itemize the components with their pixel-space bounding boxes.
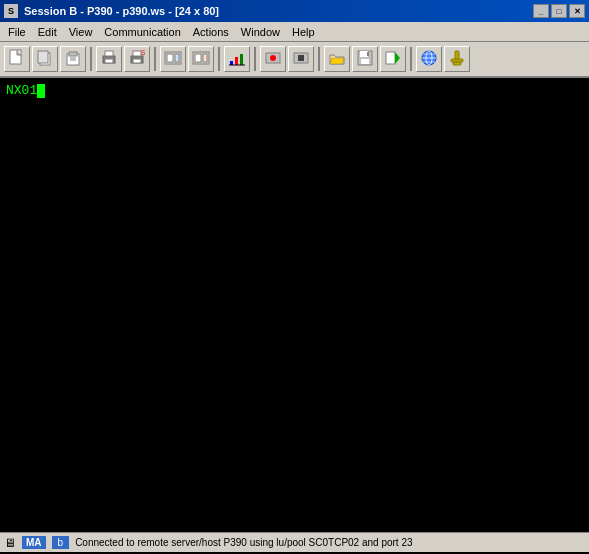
toolbar-copy[interactable] — [32, 46, 58, 72]
menu-bar: File Edit View Communication Actions Win… — [0, 22, 589, 42]
terminal-cursor — [37, 84, 45, 98]
send-file-icon — [192, 49, 210, 70]
window-controls: _ □ ✕ — [533, 4, 585, 18]
copy-icon — [36, 49, 54, 70]
record-icon — [384, 49, 402, 70]
save-icon — [356, 49, 374, 70]
toolbar-save[interactable] — [352, 46, 378, 72]
svg-rect-19 — [203, 54, 207, 62]
toolbar-send2[interactable] — [188, 46, 214, 72]
svg-rect-29 — [360, 51, 368, 57]
status-message: Connected to remote server/host P390 usi… — [75, 537, 412, 548]
svg-rect-27 — [298, 55, 304, 61]
tools-icon — [448, 49, 466, 70]
toolbar-sep-5 — [318, 47, 320, 71]
svg-rect-30 — [361, 59, 369, 64]
toolbar-new[interactable] — [4, 46, 30, 72]
paste-icon — [64, 49, 82, 70]
terminal-area[interactable]: NX01 — [0, 78, 589, 532]
toolbar-sep-1 — [90, 47, 92, 71]
status-computer-icon: 🖥 — [4, 536, 16, 550]
svg-rect-31 — [367, 52, 369, 56]
chart-icon — [228, 49, 246, 70]
new-icon — [8, 49, 26, 70]
svg-rect-9 — [105, 59, 113, 63]
svg-rect-0 — [10, 50, 21, 64]
menu-view[interactable]: View — [63, 24, 99, 40]
svg-rect-8 — [105, 51, 113, 56]
svg-marker-33 — [395, 52, 400, 64]
toolbar-send1[interactable] — [160, 46, 186, 72]
menu-communication[interactable]: Communication — [98, 24, 186, 40]
toolbar-sep-6 — [410, 47, 412, 71]
macro-record-icon — [264, 49, 282, 70]
toolbar-chart[interactable] — [224, 46, 250, 72]
toolbar-tools[interactable] — [444, 46, 470, 72]
svg-rect-41 — [453, 62, 461, 65]
toolbar-paste[interactable] — [60, 46, 86, 72]
toolbar-sep-3 — [218, 47, 220, 71]
toolbar-sep-2 — [154, 47, 156, 71]
toolbar-print2[interactable]: S — [124, 46, 150, 72]
macro-stop-icon — [292, 49, 310, 70]
terminal-content: NX01 — [6, 82, 583, 100]
menu-file[interactable]: File — [2, 24, 32, 40]
menu-help[interactable]: Help — [286, 24, 321, 40]
status-badge-ma: MA — [22, 536, 46, 549]
toolbar-sep-4 — [254, 47, 256, 71]
close-button[interactable]: ✕ — [569, 4, 585, 18]
app-icon: S — [4, 4, 18, 18]
toolbar-open[interactable] — [324, 46, 350, 72]
toolbar-macro2[interactable] — [288, 46, 314, 72]
menu-window[interactable]: Window — [235, 24, 286, 40]
svg-rect-2 — [38, 51, 48, 63]
menu-edit[interactable]: Edit — [32, 24, 63, 40]
print-icon — [100, 49, 118, 70]
maximize-button[interactable]: □ — [551, 4, 567, 18]
toolbar: S — [0, 42, 589, 78]
status-badge-b: b — [52, 536, 70, 549]
status-bar: 🖥 MA b Connected to remote server/host P… — [0, 532, 589, 552]
svg-rect-16 — [175, 54, 179, 62]
svg-rect-12 — [133, 59, 141, 63]
toolbar-record[interactable] — [380, 46, 406, 72]
svg-rect-32 — [386, 52, 395, 64]
svg-rect-18 — [195, 54, 201, 62]
svg-rect-20 — [230, 61, 233, 65]
globe-icon — [420, 49, 438, 70]
svg-rect-21 — [235, 57, 238, 65]
toolbar-print1[interactable] — [96, 46, 122, 72]
svg-text:S: S — [141, 49, 145, 57]
svg-rect-15 — [167, 54, 173, 62]
print-screen-icon: S — [128, 49, 146, 70]
toolbar-connect[interactable] — [416, 46, 442, 72]
title-bar: S Session B - P390 - p390.ws - [24 x 80]… — [0, 0, 589, 22]
svg-point-25 — [270, 55, 276, 61]
window-title: Session B - P390 - p390.ws - [24 x 80] — [24, 5, 533, 17]
svg-rect-4 — [69, 52, 77, 56]
svg-rect-22 — [240, 54, 243, 65]
toolbar-macro1[interactable] — [260, 46, 286, 72]
open-file-icon — [328, 49, 346, 70]
minimize-button[interactable]: _ — [533, 4, 549, 18]
menu-actions[interactable]: Actions — [187, 24, 235, 40]
svg-rect-11 — [133, 51, 141, 56]
send-icon — [164, 49, 182, 70]
